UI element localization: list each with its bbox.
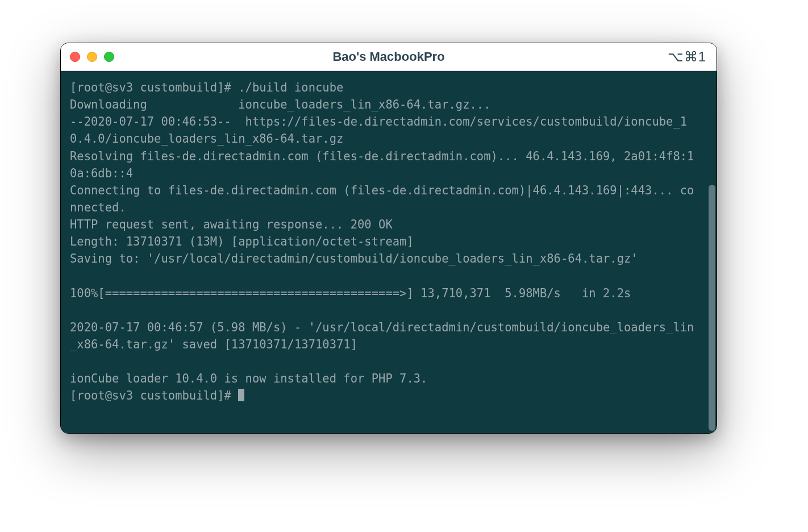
scrollbar-thumb[interactable] [709, 185, 715, 431]
cursor-icon [238, 389, 244, 401]
traffic-lights [70, 52, 114, 62]
minimize-icon[interactable] [87, 52, 97, 62]
terminal-area[interactable]: [root@sv3 custombuild]# ./build ioncube … [61, 71, 717, 433]
terminal-prompt: [root@sv3 custombuild]# [70, 389, 238, 402]
terminal-window: Bao's MacbookPro ⌥⌘1 [root@sv3 custombui… [60, 43, 717, 434]
terminal-output[interactable]: [root@sv3 custombuild]# ./build ioncube … [61, 71, 707, 433]
titlebar[interactable]: Bao's MacbookPro ⌥⌘1 [61, 43, 717, 71]
window-shortcut: ⌥⌘1 [668, 49, 706, 65]
zoom-icon[interactable] [104, 52, 114, 62]
terminal-lines: [root@sv3 custombuild]# ./build ioncube … [70, 81, 694, 385]
close-icon[interactable] [70, 52, 80, 62]
scrollbar-track[interactable] [707, 71, 717, 433]
window-title: Bao's MacbookPro [61, 49, 717, 64]
